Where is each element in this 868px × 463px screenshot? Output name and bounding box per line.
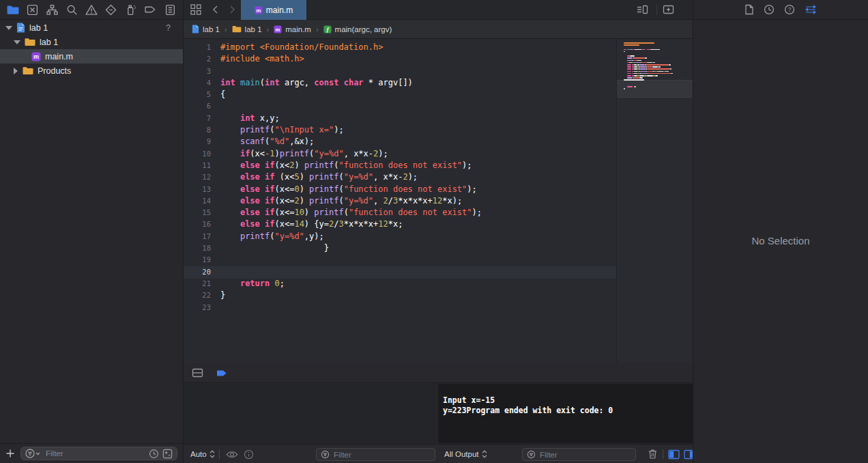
editor-options-icon[interactable] (635, 3, 649, 16)
filter-placeholder: Filter (46, 449, 149, 458)
tab-bar: m main.m (184, 0, 693, 20)
console-line: y=223Program ended with exit code: 0 (443, 406, 693, 416)
show-variables-pane-icon[interactable] (668, 445, 680, 463)
sidebar-item-project[interactable]: lab 1 ? (0, 20, 183, 35)
source-status-badge: ? (166, 23, 171, 33)
minimap-viewport[interactable] (617, 80, 693, 98)
breadcrumb-group[interactable]: lab 1 (232, 25, 262, 33)
project-doc-icon (16, 23, 25, 33)
console-scope-popup[interactable]: All Output (444, 445, 487, 463)
variables-view[interactable] (184, 384, 437, 443)
related-items-icon[interactable] (189, 3, 203, 16)
sidebar-item-group[interactable]: lab 1 (0, 35, 183, 49)
svg-text:m: m (256, 7, 261, 13)
add-editor-icon[interactable] (661, 3, 675, 16)
report-navigator-icon[interactable] (163, 3, 177, 16)
test-navigator-icon[interactable] (104, 3, 118, 16)
inspector-toolbar: ? (693, 0, 868, 20)
issue-navigator-icon[interactable] (85, 3, 98, 16)
breadcrumb-project[interactable]: lab 1 (192, 25, 220, 33)
debug-area: Input x=-15 y=223Program ended with exit… (184, 384, 693, 443)
disclosure-closed-icon[interactable] (14, 68, 18, 74)
disclosure-open-icon[interactable] (14, 40, 20, 44)
navigator-filter-field[interactable]: Filter (20, 447, 177, 460)
project-label: lab 1 (29, 23, 48, 33)
console-line: Input x=-15 (443, 395, 693, 406)
objc-file-icon: m (31, 52, 41, 61)
navigator-toolbar (0, 0, 183, 20)
filter-placeholder: Filter (334, 451, 351, 459)
no-selection-text: No Selection (693, 235, 868, 247)
help-inspector-icon[interactable]: ? (784, 4, 795, 15)
breadcrumb-symbol[interactable]: f main(argc, argv) (323, 25, 392, 33)
file-label: main.m (45, 52, 73, 61)
editor-pane: m main.m lab 1 › lab 1 › (184, 0, 693, 463)
folder-icon (25, 38, 35, 46)
inspector-panel: ? No Selection (693, 0, 868, 463)
history-inspector-icon[interactable] (764, 4, 775, 15)
file-inspector-icon[interactable] (744, 4, 754, 15)
filters-inspector-icon[interactable] (805, 4, 817, 15)
back-button-icon[interactable] (208, 3, 222, 16)
source-control-navigator-icon[interactable] (26, 3, 40, 16)
tab-label: main.m (266, 5, 293, 15)
navigator-bottom-bar: Filter (0, 443, 183, 463)
svg-text:?: ? (788, 6, 792, 13)
minimap[interactable] (616, 40, 693, 363)
breadcrumb-separator: › (267, 25, 270, 33)
sidebar-item-products[interactable]: Products (0, 64, 183, 78)
disclosure-open-icon[interactable] (5, 26, 12, 30)
sidebar-item-file[interactable]: m main.m (0, 49, 183, 64)
svg-text:m: m (33, 53, 39, 60)
symbol-navigator-icon[interactable] (46, 3, 59, 16)
eye-icon[interactable] (226, 445, 238, 463)
code-editor[interactable]: 1234567891011121314151617181920212223 #i… (184, 40, 693, 363)
project-navigator-icon[interactable] (6, 3, 20, 16)
hide-debug-area-icon[interactable] (192, 367, 203, 378)
products-label: Products (38, 66, 71, 76)
breakpoint-navigator-icon[interactable] (143, 3, 157, 16)
line-numbers: 1234567891011121314151617181920212223 (184, 42, 211, 313)
tab-main-m[interactable]: m main.m (241, 0, 306, 20)
breadcrumb-separator: › (225, 25, 227, 33)
forward-button-icon[interactable] (226, 3, 240, 16)
info-icon[interactable] (244, 445, 254, 463)
group-label: lab 1 (40, 38, 58, 47)
variables-scope-popup[interactable]: Auto (190, 445, 215, 463)
clear-console-icon[interactable] (648, 445, 658, 463)
filter-placeholder: Filter (540, 451, 558, 459)
objc-file-icon: m (255, 6, 263, 14)
debug-navigator-icon[interactable] (124, 3, 138, 16)
svg-text:m: m (276, 26, 280, 32)
source-control-filter-icon[interactable] (162, 449, 173, 459)
console-filter-field[interactable]: Filter (522, 448, 636, 461)
code-lines: #import <Foundation/Foundation.h>#includ… (220, 42, 616, 313)
console-output[interactable]: Input x=-15 y=223Program ended with exit… (438, 384, 693, 443)
breadcrumb-file[interactable]: m main.m (274, 25, 311, 33)
add-button[interactable] (5, 449, 15, 458)
breakpoints-toggle-icon[interactable] (216, 368, 228, 378)
jump-bar: lab 1 › lab 1 › m main.m › f main(argc, … (184, 20, 693, 39)
breadcrumb-separator: › (316, 25, 319, 33)
xcode-window: lab 1 ? lab 1 m main.m (0, 0, 868, 463)
find-navigator-icon[interactable] (65, 3, 78, 16)
debug-bottom-bar: Auto Filter All Output Filter (184, 444, 693, 463)
variables-filter-field[interactable]: Filter (316, 448, 435, 461)
filter-menu-icon[interactable] (25, 449, 42, 458)
recents-clock-icon[interactable] (149, 449, 159, 459)
folder-icon (23, 66, 33, 75)
navigator-sidebar: lab 1 ? lab 1 m main.m (0, 0, 183, 463)
debug-toolbar (184, 363, 693, 383)
